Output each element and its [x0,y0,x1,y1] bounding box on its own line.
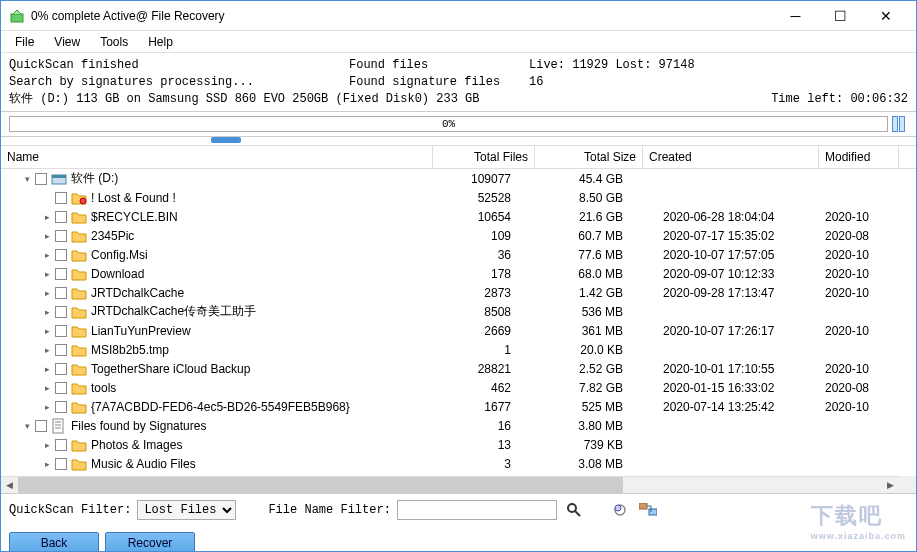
table-row[interactable]: ▸{7A7ACBDD-FED6-4ec5-BD26-5549FEB5B968}1… [1,397,916,416]
table-row[interactable]: ▸LianTuYunPreview2669361 MB2020-10-07 17… [1,321,916,340]
scroll-thumb[interactable] [18,477,623,494]
expand-icon[interactable]: ▸ [41,250,53,260]
row-checkbox[interactable] [55,382,67,394]
row-created: 2020-07-17 15:35:02 [643,229,819,243]
table-row[interactable]: ▸$RECYCLE.BIN1065421.6 GB2020-06-28 18:0… [1,207,916,226]
maximize-button[interactable]: ☐ [818,1,863,30]
row-checkbox[interactable] [55,230,67,242]
expand-icon[interactable]: ▾ [21,421,33,431]
row-modified: 2020-10 [819,267,899,281]
folder-icon [71,456,87,472]
row-checkbox[interactable] [55,458,67,470]
row-name: $RECYCLE.BIN [91,210,178,224]
table-row[interactable]: ▸MSI8b2b5.tmp120.0 KB [1,340,916,359]
menu-file[interactable]: File [5,33,44,51]
table-row[interactable]: ▸2345Pic10960.7 MB2020-07-17 15:35:02202… [1,226,916,245]
row-checkbox[interactable] [35,420,47,432]
expand-icon[interactable]: ▾ [21,174,33,184]
row-name: LianTuYunPreview [91,324,191,338]
row-files: 178 [433,267,535,281]
status-search-sig: Search by signatures processing... [9,74,349,91]
row-created: 2020-09-07 10:12:33 [643,267,819,281]
table-row[interactable]: ▾软件 (D:)10907745.4 GB [1,169,916,188]
col-total-files[interactable]: Total Files [433,146,535,168]
expand-icon[interactable]: ▸ [41,212,53,222]
row-checkbox[interactable] [55,401,67,413]
row-name: TogetherShare iCloud Backup [91,362,250,376]
refresh-icon[interactable] [609,500,631,520]
network-icon[interactable] [637,500,659,520]
sig-icon [51,418,67,434]
menu-view[interactable]: View [44,33,90,51]
row-checkbox[interactable] [55,306,67,318]
row-files: 16 [433,419,535,433]
table-row[interactable]: ▸JRTDchalkCache28731.42 GB2020-09-28 17:… [1,283,916,302]
folder-icon [71,361,87,377]
row-checkbox[interactable] [55,325,67,337]
table-row[interactable]: ▾Files found by Signatures163.80 MB [1,416,916,435]
row-size: 3.08 MB [535,457,643,471]
progress-toggle-icon[interactable] [892,116,908,132]
titlebar: 0% complete Active@ File Recovery ─ ☐ ✕ [1,1,916,31]
recover-button[interactable]: Recover [105,532,195,552]
table-row[interactable]: ▸JRTDchalkCache传奇美工助手8508536 MB [1,302,916,321]
table-row[interactable]: ▸TogetherShare iCloud Backup288212.52 GB… [1,359,916,378]
expand-icon[interactable]: ▸ [41,326,53,336]
col-created[interactable]: Created [643,146,819,168]
table-row[interactable]: ▸tools4627.82 GB2020-01-15 16:33:022020-… [1,378,916,397]
menu-help[interactable]: Help [138,33,183,51]
row-checkbox[interactable] [55,344,67,356]
table-body: ▾软件 (D:)10907745.4 GB! Lost & Found !525… [1,169,916,493]
table-row[interactable]: ▸Config.Msi3677.6 MB2020-10-07 17:57:052… [1,245,916,264]
filename-filter-input[interactable] [397,500,557,520]
scrollbar-horizontal[interactable]: ◀ ▶ [1,476,899,493]
menu-tools[interactable]: Tools [90,33,138,51]
row-size: 45.4 GB [535,172,643,186]
expand-icon[interactable]: ▸ [41,459,53,469]
expand-icon[interactable]: ▸ [41,269,53,279]
status-sigfiles-count: 16 [529,74,543,91]
table-row[interactable]: ▸Photos & Images13739 KB [1,435,916,454]
row-checkbox[interactable] [55,249,67,261]
column-splitter-handle[interactable] [211,137,241,143]
table-row[interactable]: ▸Download17868.0 MB2020-09-07 10:12:3320… [1,264,916,283]
col-modified[interactable]: Modified [819,146,899,168]
row-size: 60.7 MB [535,229,643,243]
back-button[interactable]: Back [9,532,99,552]
table-row[interactable]: ▸Music & Audio Files33.08 MB [1,454,916,473]
expand-icon[interactable]: ▸ [41,345,53,355]
row-checkbox[interactable] [55,363,67,375]
table-row[interactable]: ! Lost & Found !525288.50 GB [1,188,916,207]
row-checkbox[interactable] [55,192,67,204]
row-size: 8.50 GB [535,191,643,205]
expand-icon[interactable]: ▸ [41,364,53,374]
row-size: 525 MB [535,400,643,414]
expand-icon[interactable]: ▸ [41,383,53,393]
row-checkbox[interactable] [55,439,67,451]
svg-line-9 [575,511,580,516]
status-timeleft: Time left: 00:06:32 [771,91,908,108]
expand-icon[interactable]: ▸ [41,440,53,450]
scroll-left-icon[interactable]: ◀ [1,477,18,494]
scroll-right-icon[interactable]: ▶ [882,477,899,494]
col-name[interactable]: Name [1,146,433,168]
expand-icon[interactable]: ▸ [41,402,53,412]
row-checkbox[interactable] [35,173,47,185]
folder-icon [71,266,87,282]
folder-icon [71,399,87,415]
svg-point-3 [80,198,86,204]
expand-icon[interactable]: ▸ [41,307,53,317]
close-button[interactable]: ✕ [863,1,908,30]
col-total-size[interactable]: Total Size [535,146,643,168]
minimize-button[interactable]: ─ [773,1,818,30]
expand-icon[interactable]: ▸ [41,231,53,241]
status-sigfiles-label: Found signature files [349,74,529,91]
progress-row: 0% [1,112,916,137]
row-checkbox[interactable] [55,211,67,223]
row-checkbox[interactable] [55,287,67,299]
quickscan-filter-select[interactable]: Lost Files [137,500,236,520]
row-checkbox[interactable] [55,268,67,280]
search-icon[interactable] [563,500,585,520]
status-disk-info: 软件 (D:) 113 GB on Samsung SSD 860 EVO 25… [9,91,479,108]
expand-icon[interactable]: ▸ [41,288,53,298]
